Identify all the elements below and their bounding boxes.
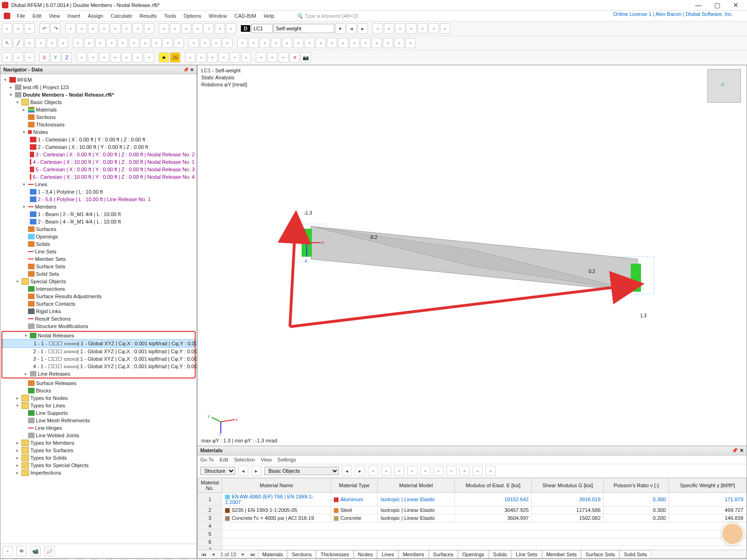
tb-undo[interactable]: ↶ — [39, 23, 49, 34]
pager-prev[interactable]: ◂ — [209, 551, 218, 557]
materials-panel: Materials 📌 ✕ Go To Edit Selection View … — [197, 446, 747, 558]
viewport-header: LC1 - Self-weight Static Analysis Rotati… — [201, 67, 247, 88]
license-info[interactable]: Online License 1 | Alex Bacon | Dlubal S… — [613, 11, 733, 17]
navigator-panel: Navigator - Data 📌 ✕ ▾RFEM ▸test.rf6 | P… — [0, 65, 197, 559]
nav-tab-display[interactable]: 👁 — [16, 546, 27, 556]
table-tab-solid-sets[interactable]: Solid Sets — [620, 550, 651, 559]
table-tab-surfaces[interactable]: Surfaces — [429, 550, 458, 559]
toolbar-2: ↖╱○▫▫▫ ▫▫▫▫▫▫▫▫▫▫ ▫▫▫▫ ▫▫▫▫▫▫▫▫▫▫▫▫▫▫▫▫ — [0, 36, 747, 50]
svg-line-17 — [221, 420, 235, 422]
navigator-bottom-tabs: ▫ 👁 📹 📈 — [0, 544, 197, 558]
table-tab-members[interactable]: Members — [399, 550, 429, 559]
table-tabs: ⏮ ◂ 1 of 13 ▸ ⏭ MaterialsSectionsThickne… — [197, 550, 747, 558]
pager-last[interactable]: ⏭ — [247, 552, 258, 557]
table-tab-surface-sets[interactable]: Surface Sets — [581, 550, 619, 559]
menu-file[interactable]: File — [13, 12, 29, 20]
menu-tools[interactable]: Tools — [160, 12, 180, 20]
view-cube[interactable] — [707, 69, 741, 103]
mp-selection[interactable]: Selection — [234, 457, 255, 462]
table-tab-openings[interactable]: Openings — [458, 550, 488, 559]
svg-text:z: z — [305, 258, 307, 263]
mp-settings[interactable]: Settings — [277, 457, 296, 462]
mp-view[interactable]: View — [261, 457, 272, 462]
svg-text:x: x — [236, 417, 238, 422]
svg-text:-0.2: -0.2 — [369, 235, 378, 240]
keyword-search[interactable]: 🔍 Type a keyword (Alt+Q) — [296, 13, 358, 19]
table-tab-solids[interactable]: Solids — [489, 550, 511, 559]
nav-tab-results[interactable]: 📈 — [44, 546, 55, 556]
maximize-button[interactable]: ▢ — [708, 0, 726, 10]
mp-goto[interactable]: Go To — [200, 457, 214, 462]
menu-insert[interactable]: Insert — [63, 12, 84, 20]
svg-text:y: y — [208, 413, 210, 418]
toolbar-3: ▫▫▫ XYZ ▫▫▫▫▫▫▫ ★JS ▫▫▫▫▫▫ ▫▫▫✕📷 — [0, 50, 747, 65]
pager-first[interactable]: ⏮ — [198, 552, 209, 557]
menu-assign[interactable]: Assign — [84, 12, 107, 20]
window-title: Dlubal RFEM | 6.07.0014 | Double Members… — [11, 2, 160, 8]
toolbar-1: ▫▫▫ ↶↷ ▫▫▫▫▫▫▫▫ ▫▫▫▫▫▫▫ D ▾◂▸ ▫▫▫▫▫▫▫ — [0, 21, 747, 36]
svg-line-16 — [290, 287, 617, 327]
menu-calculate[interactable]: Calculate — [107, 12, 136, 20]
tb-save[interactable]: ▫ — [24, 23, 35, 34]
table-tab-line-sets[interactable]: Line Sets — [512, 550, 542, 559]
svg-line-19 — [211, 417, 221, 422]
axes-gizmo: x y z — [207, 408, 244, 436]
basic-objects-select[interactable]: Basic Objects — [264, 467, 339, 475]
menu-options[interactable]: Options — [180, 12, 205, 20]
table-tab-materials[interactable]: Materials — [258, 550, 288, 559]
lc-code[interactable] — [251, 24, 273, 33]
pin-icon[interactable]: 📌 ✕ — [183, 67, 194, 72]
svg-rect-5 — [631, 264, 641, 292]
pager-next[interactable]: ▸ — [239, 551, 247, 557]
svg-line-15 — [290, 238, 295, 327]
navigator-tree[interactable]: ▾RFEM ▸test.rf6 | Project 123 ▾Double Me… — [0, 74, 197, 544]
model-viewport[interactable]: LC1 - Self-weight Static Analysis Rotati… — [197, 65, 747, 559]
menu-window[interactable]: Window — [205, 12, 231, 20]
tb-open[interactable]: ▫ — [13, 23, 23, 34]
table-tab-thicknesses[interactable]: Thicknesses — [316, 550, 353, 559]
structure-select[interactable]: Structure — [200, 467, 235, 475]
nav-tab-views[interactable]: 📹 — [30, 546, 41, 556]
svg-text:-1.3: -1.3 — [304, 210, 312, 216]
menu-edit[interactable]: Edit — [29, 12, 45, 20]
menu-view[interactable]: View — [45, 12, 64, 20]
materials-table[interactable]: Material No. Material Name Material Type… — [197, 478, 747, 550]
title-bar: Dlubal RFEM | 6.07.0014 | Double Members… — [0, 0, 747, 11]
menu-cad-bim[interactable]: CAD-BIM — [231, 12, 260, 20]
support-avatar[interactable] — [721, 523, 744, 545]
nav-tab-data[interactable]: ▫ — [2, 546, 13, 556]
materials-title: Materials — [200, 448, 223, 453]
svg-text:x: x — [322, 240, 324, 245]
load-case-selector[interactable]: D ▾◂▸ — [241, 23, 368, 34]
close-button[interactable]: ✕ — [726, 0, 745, 10]
panel-pin-icon[interactable]: 📌 ✕ — [732, 448, 744, 454]
app-icon — [2, 2, 8, 8]
tb-new[interactable]: ▫ — [2, 23, 12, 34]
table-tab-nodes[interactable]: Nodes — [354, 550, 377, 559]
tb-redo[interactable]: ↷ — [50, 23, 61, 34]
table-tab-sections[interactable]: Sections — [288, 550, 316, 559]
svg-text:1.3: 1.3 — [640, 313, 647, 318]
svg-text:0.2: 0.2 — [589, 269, 595, 274]
menu-results[interactable]: Results — [136, 12, 161, 20]
app-menu-icon[interactable] — [4, 13, 10, 19]
table-tab-member-sets[interactable]: Member Sets — [542, 550, 581, 559]
mp-edit[interactable]: Edit — [219, 457, 228, 462]
lc-name[interactable] — [274, 24, 334, 33]
viewport-footer: max φY : 1.3 | min φY : -1.3 mrad — [201, 438, 277, 443]
menu-bar: File Edit View Insert Assign Calculate R… — [0, 11, 747, 21]
minimize-button[interactable]: — — [689, 0, 708, 10]
table-tab-lines[interactable]: Lines — [377, 550, 398, 559]
navigator-title: Navigator - Data 📌 ✕ — [0, 65, 197, 74]
menu-help[interactable]: Help — [260, 12, 278, 20]
beam-render: x z -1.3 1.3 -0.2 0.2 — [197, 131, 747, 336]
svg-text:z: z — [219, 433, 221, 436]
